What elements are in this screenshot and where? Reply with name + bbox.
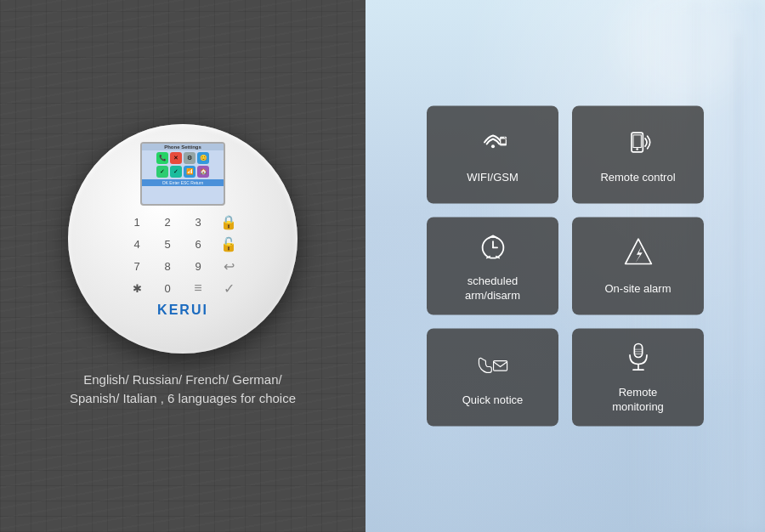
feature-quick-notice[interactable]: Quick notice <box>427 329 558 427</box>
feature-remote-monitoring[interactable]: Remote monitoring <box>572 329 704 427</box>
svg-rect-2 <box>501 139 505 143</box>
remote-control-label: Remote control <box>600 170 675 184</box>
key-menu: ≡ <box>194 280 201 296</box>
screen-icon-wifi: 📶 <box>184 166 196 178</box>
key-3: 3 <box>195 217 201 228</box>
device: Phone Settings 📞 ✕ ⚙ 😊 ✓ ✓ 📶 🏠 OK Enter … <box>68 124 298 354</box>
right-panel: WIFI/GSM Remote control <box>366 0 765 532</box>
key-0: 0 <box>164 283 170 294</box>
svg-rect-4 <box>633 134 641 147</box>
scheduled-label: scheduled arm/disarm <box>465 274 520 303</box>
device-description: English/ Russian/ French/ German/ Spanis… <box>53 371 313 409</box>
svg-rect-14 <box>634 344 642 358</box>
screen-icon-gear: ⚙ <box>184 152 196 164</box>
key-5: 5 <box>164 239 170 250</box>
phone-envelope-icon <box>476 348 510 386</box>
feature-scheduled[interactable]: scheduled arm/disarm <box>427 218 558 315</box>
screen-bottom: OK Enter ESC Return <box>142 179 224 186</box>
svg-marker-12 <box>625 239 651 263</box>
remote-monitoring-label: Remote monitoring <box>612 386 664 415</box>
microphone-icon <box>621 341 655 379</box>
key-4: 4 <box>133 239 139 250</box>
screen-icon-home: 🏠 <box>197 166 209 178</box>
screen-title: Phone Settings <box>142 144 224 150</box>
features-grid: WIFI/GSM Remote control <box>418 98 712 435</box>
svg-rect-13 <box>493 360 507 370</box>
quick-notice-label: Quick notice <box>462 393 524 407</box>
screen-row2: ✓ ✓ 📶 🏠 <box>142 166 224 178</box>
key-6: 6 <box>195 239 201 250</box>
key-lock1: 🔒 <box>220 214 237 230</box>
key-1: 1 <box>133 217 139 228</box>
wifi-sim-icon <box>476 125 510 163</box>
phone-signal-icon <box>621 125 655 163</box>
feature-remote-control[interactable]: Remote control <box>572 106 704 204</box>
clock-icon <box>476 229 510 268</box>
key-2: 2 <box>164 217 170 228</box>
left-panel: Phone Settings 📞 ✕ ⚙ 😊 ✓ ✓ 📶 🏠 OK Enter … <box>0 0 366 532</box>
wifi-gsm-label: WIFI/GSM <box>467 170 518 184</box>
feature-on-site-alarm[interactable]: On-site alarm <box>572 218 704 315</box>
screen-icon-x: ✕ <box>170 152 182 164</box>
screen-icon-smiley: 😊 <box>197 152 209 164</box>
svg-point-11 <box>491 235 495 239</box>
on-site-alarm-label: On-site alarm <box>604 281 671 296</box>
keypad: 1 2 3 🔒 4 5 6 🔓 7 8 9 ↩ ✱ 0 ≡ ✓ <box>125 212 241 297</box>
svg-point-5 <box>636 148 638 150</box>
screen-icons: 📞 ✕ ⚙ 😊 <box>142 150 224 166</box>
device-screen: Phone Settings 📞 ✕ ⚙ 😊 ✓ ✓ 📶 🏠 OK Enter … <box>140 142 225 206</box>
lightning-icon <box>621 236 655 274</box>
key-check: ✓ <box>224 280 235 297</box>
feature-wifi-gsm[interactable]: WIFI/GSM <box>427 106 558 204</box>
svg-point-0 <box>491 144 495 148</box>
key-8: 8 <box>164 261 170 272</box>
key-back: ↩ <box>224 258 235 274</box>
key-9: 9 <box>195 261 201 272</box>
screen-icon-check: ✓ <box>156 166 168 178</box>
key-star: ✱ <box>133 283 142 294</box>
description-line2: Spanish/ Italian , 6 languages for choic… <box>70 391 296 405</box>
key-lock2: 🔓 <box>220 236 237 252</box>
brand-logo: KERUI <box>157 303 208 318</box>
description-line1: English/ Russian/ French/ German/ <box>83 372 281 387</box>
screen-icon-check2: ✓ <box>170 166 182 178</box>
key-7: 7 <box>133 261 139 272</box>
screen-icon-phone: 📞 <box>156 152 168 164</box>
